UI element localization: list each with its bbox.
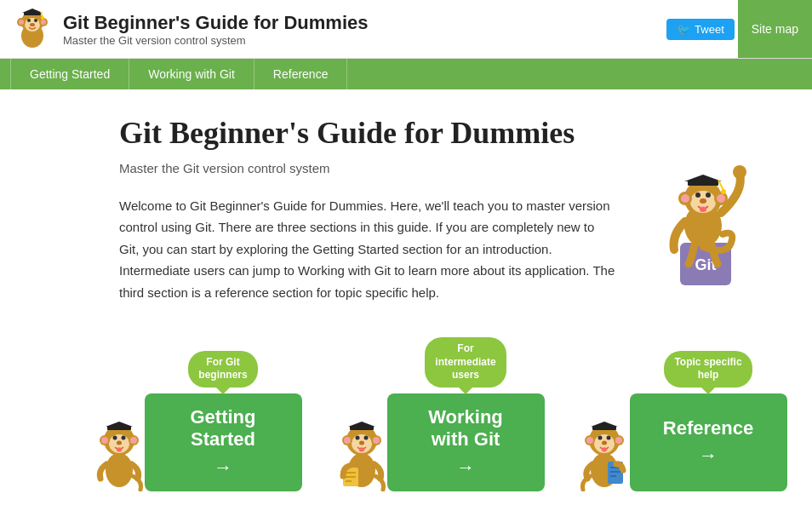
svg-point-69 xyxy=(606,435,610,439)
hero-content: Git Beginner's Guide for Dummies Master … xyxy=(119,115,616,303)
card-arrow-getting-started: → xyxy=(214,456,232,479)
svg-point-17 xyxy=(733,165,746,179)
svg-point-51 xyxy=(355,435,359,439)
svg-point-71 xyxy=(602,447,607,451)
svg-point-67 xyxy=(615,437,622,444)
svg-point-48 xyxy=(344,437,351,444)
hero-image: Git xyxy=(633,123,769,294)
svg-point-25 xyxy=(706,192,711,198)
svg-point-26 xyxy=(700,198,706,204)
svg-point-54 xyxy=(359,447,364,451)
hero-body: Welcome to Git Beginner's Guide for Dumm… xyxy=(119,195,616,304)
main-nav: Getting Started Working with Git Referen… xyxy=(0,59,812,89)
svg-point-39 xyxy=(121,435,125,439)
monkey-reference-icon xyxy=(579,415,630,491)
card-wrapper-getting-started: For Git beginners Getting Started → xyxy=(94,351,302,491)
svg-point-24 xyxy=(695,192,700,198)
card-arrow-working-with-git: → xyxy=(456,456,475,479)
svg-point-50 xyxy=(373,437,380,444)
svg-point-8 xyxy=(34,19,37,22)
svg-point-21 xyxy=(681,194,689,203)
svg-point-37 xyxy=(130,437,137,444)
bubble-working-with-git: For intermediate users xyxy=(425,337,506,388)
card-wrapper-reference: Topic specific help Reference → xyxy=(579,351,787,491)
card-title-reference: Reference xyxy=(663,417,753,439)
svg-marker-73 xyxy=(591,422,618,427)
card-working-with-git[interactable]: Working with Git → xyxy=(387,393,545,491)
header-text: Git Beginner's Guide for Dummies Master … xyxy=(63,12,369,47)
svg-point-38 xyxy=(112,435,117,439)
card-title-working-with-git: Working with Git xyxy=(428,406,503,451)
hero-subtitle: Master the Git version control system xyxy=(119,158,616,180)
card-wrapper-working-with-git: For intermediate users Working with Git … xyxy=(336,337,545,491)
twitter-icon: 🐦 xyxy=(677,23,690,36)
monkey-getting-started-icon xyxy=(94,415,145,491)
svg-point-7 xyxy=(27,19,31,22)
nav-working-with-git[interactable]: Working with Git xyxy=(129,59,254,89)
svg-point-35 xyxy=(101,437,108,444)
svg-marker-56 xyxy=(348,422,375,427)
svg-point-23 xyxy=(717,194,725,203)
svg-point-6 xyxy=(41,20,46,25)
svg-marker-11 xyxy=(22,9,43,13)
svg-point-40 xyxy=(117,440,122,445)
svg-marker-43 xyxy=(106,422,133,427)
hero-section: Git Beginner's Guide for Dummies Master … xyxy=(0,89,812,320)
svg-point-68 xyxy=(598,435,602,439)
nav-reference[interactable]: Reference xyxy=(254,59,348,89)
logo-icon xyxy=(10,7,54,51)
bubble-getting-started: For Git beginners xyxy=(188,351,257,388)
svg-point-41 xyxy=(117,447,122,451)
site-subtitle: Master the Git version control system xyxy=(63,34,369,47)
svg-marker-29 xyxy=(684,175,722,181)
header: Git Beginner's Guide for Dummies Master … xyxy=(0,0,812,59)
site-title: Git Beginner's Guide for Dummies xyxy=(63,12,369,34)
svg-point-13 xyxy=(41,16,44,20)
svg-point-31 xyxy=(721,189,726,194)
cards-section: For Git beginners Getting Started → xyxy=(0,320,812,511)
card-getting-started[interactable]: Getting Started → xyxy=(145,393,302,491)
monkey-working-with-git-icon xyxy=(336,415,387,491)
svg-point-27 xyxy=(700,207,706,212)
sitemap-button[interactable]: Site map xyxy=(738,0,812,58)
svg-point-53 xyxy=(359,440,364,445)
card-reference[interactable]: Reference → xyxy=(630,393,787,491)
svg-line-30 xyxy=(718,181,723,190)
card-arrow-reference: → xyxy=(699,445,718,467)
card-title-getting-started: Getting Started xyxy=(191,406,256,451)
svg-point-52 xyxy=(363,435,368,439)
svg-point-4 xyxy=(19,20,24,25)
bubble-reference: Topic specific help xyxy=(664,351,752,388)
svg-point-70 xyxy=(602,440,607,445)
svg-point-9 xyxy=(30,23,35,26)
svg-point-65 xyxy=(586,437,593,444)
svg-point-44 xyxy=(106,453,133,487)
nav-getting-started[interactable]: Getting Started xyxy=(10,59,129,89)
hero-monkey-icon: Git xyxy=(642,123,761,294)
hero-title: Git Beginner's Guide for Dummies xyxy=(119,115,616,151)
tweet-button[interactable]: 🐦 Tweet xyxy=(666,19,735,40)
